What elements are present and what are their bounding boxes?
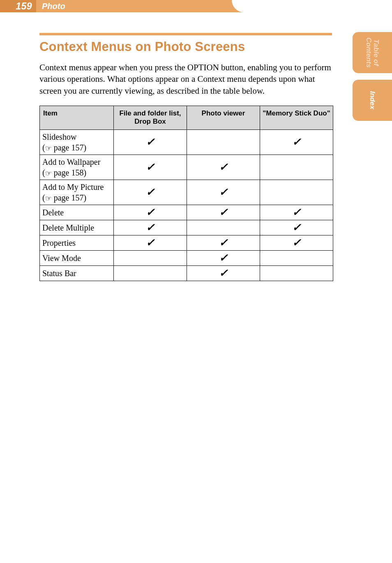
- tab-label: Table of Contents: [365, 33, 380, 72]
- table-row: Properties✓✓✓: [40, 235, 333, 250]
- item-name: Properties: [42, 238, 111, 248]
- check-cell: [260, 180, 333, 205]
- check-cell: ✓: [260, 205, 333, 220]
- check-cell: ✓: [114, 220, 187, 235]
- check-cell: ✓: [114, 155, 187, 180]
- check-cell: [260, 155, 333, 180]
- check-icon: ✓: [146, 221, 155, 233]
- ref-right-paren: ): [83, 143, 86, 152]
- tab-label: Index: [369, 81, 376, 120]
- header-right-mask: [252, 0, 392, 12]
- check-icon: ✓: [219, 267, 228, 279]
- col-header-file-folder: File and folder list, Drop Box: [114, 106, 187, 130]
- check-icon: ✓: [146, 236, 155, 249]
- check-icon: ✓: [146, 206, 155, 218]
- item-cell: Status Bar: [40, 265, 114, 281]
- table-header-row: Item File and folder list, Drop Box Phot…: [40, 106, 333, 130]
- table-row: Delete✓✓✓: [40, 205, 333, 220]
- check-cell: [260, 265, 333, 281]
- ref-left-paren: (: [42, 193, 45, 202]
- check-cell: ✓: [187, 180, 260, 205]
- check-cell: ✓: [114, 180, 187, 205]
- check-icon: ✓: [219, 206, 228, 218]
- check-cell: [114, 250, 187, 265]
- check-icon: ✓: [219, 186, 228, 198]
- header-curve: [232, 0, 256, 12]
- check-icon: ✓: [292, 221, 301, 233]
- item-name: Add to My Picture: [42, 182, 111, 192]
- tab-index[interactable]: Index: [353, 80, 392, 121]
- item-cell: View Mode: [40, 250, 114, 265]
- check-cell: ✓: [187, 250, 260, 265]
- item-page-ref[interactable]: (☞ page 157): [42, 142, 111, 153]
- check-icon: ✓: [219, 252, 228, 264]
- ref-left-paren: (: [42, 168, 45, 177]
- side-tabs: Table of Contents Index: [353, 32, 392, 121]
- item-name: Delete: [42, 207, 111, 218]
- col-header-item: Item: [40, 106, 114, 130]
- page-number-box: 159: [0, 0, 36, 12]
- col-header-photo-viewer: Photo viewer: [187, 106, 260, 130]
- tab-table-of-contents[interactable]: Table of Contents: [353, 32, 392, 73]
- page-number: 159: [16, 1, 32, 12]
- check-icon: ✓: [146, 186, 155, 198]
- item-cell: Delete: [40, 205, 114, 220]
- page-heading: Context Menus on Photo Screens: [39, 39, 332, 54]
- hand-point-icon: ☞: [45, 195, 52, 202]
- item-name: Add to Wallpaper: [42, 157, 111, 167]
- check-cell: ✓: [114, 205, 187, 220]
- hand-point-icon: ☞: [45, 170, 52, 177]
- check-cell: ✓: [114, 235, 187, 250]
- item-name: Delete Multiple: [42, 222, 111, 233]
- item-cell: Properties: [40, 235, 114, 250]
- check-cell: ✓: [187, 155, 260, 180]
- check-cell: ✓: [187, 235, 260, 250]
- check-cell: ✓: [260, 129, 333, 155]
- item-name: Status Bar: [42, 268, 111, 279]
- context-menu-table: Item File and folder list, Drop Box Phot…: [39, 106, 333, 281]
- check-icon: ✓: [292, 136, 301, 148]
- item-name: View Mode: [42, 253, 111, 263]
- item-cell: Add to Wallpaper(☞ page 158): [40, 155, 114, 180]
- accent-rule: [39, 33, 332, 35]
- check-icon: ✓: [146, 136, 155, 148]
- check-icon: ✓: [219, 161, 228, 173]
- table-row: Delete Multiple✓✓: [40, 220, 333, 235]
- header-bar: 159 Photo: [0, 0, 392, 12]
- page-ref-text: page 157: [52, 193, 84, 202]
- page-content: Context Menus on Photo Screens Context m…: [0, 12, 392, 281]
- check-cell: ✓: [114, 129, 187, 155]
- page-ref-text: page 158: [52, 168, 84, 177]
- check-cell: [114, 265, 187, 281]
- check-cell: ✓: [260, 220, 333, 235]
- check-cell: ✓: [187, 265, 260, 281]
- item-name: Slideshow: [42, 132, 111, 142]
- table-row: Slideshow(☞ page 157)✓✓: [40, 129, 333, 155]
- check-cell: [187, 129, 260, 155]
- col-header-memory-stick: "Memory Stick Duo": [260, 106, 333, 130]
- ref-right-paren: ): [83, 168, 86, 177]
- check-cell: [260, 250, 333, 265]
- check-icon: ✓: [219, 236, 228, 249]
- check-icon: ✓: [292, 206, 301, 218]
- ref-right-paren: ): [83, 193, 86, 202]
- item-cell: Slideshow(☞ page 157): [40, 129, 114, 155]
- item-cell: Delete Multiple: [40, 220, 114, 235]
- item-cell: Add to My Picture(☞ page 157): [40, 180, 114, 205]
- ref-left-paren: (: [42, 143, 45, 152]
- check-icon: ✓: [292, 236, 301, 249]
- table-row: View Mode✓: [40, 250, 333, 265]
- check-cell: [187, 220, 260, 235]
- table-row: Add to My Picture(☞ page 157)✓✓: [40, 180, 333, 205]
- check-cell: ✓: [260, 235, 333, 250]
- table-row: Status Bar✓: [40, 265, 333, 281]
- section-title: Photo: [42, 2, 65, 11]
- check-icon: ✓: [146, 161, 155, 173]
- intro-paragraph: Context menus appear when you press the …: [39, 62, 332, 97]
- hand-point-icon: ☞: [45, 145, 52, 152]
- item-page-ref[interactable]: (☞ page 158): [42, 167, 111, 178]
- check-cell: ✓: [187, 205, 260, 220]
- item-page-ref[interactable]: (☞ page 157): [42, 192, 111, 203]
- table-row: Add to Wallpaper(☞ page 158)✓✓: [40, 155, 333, 180]
- page-ref-text: page 157: [52, 143, 84, 152]
